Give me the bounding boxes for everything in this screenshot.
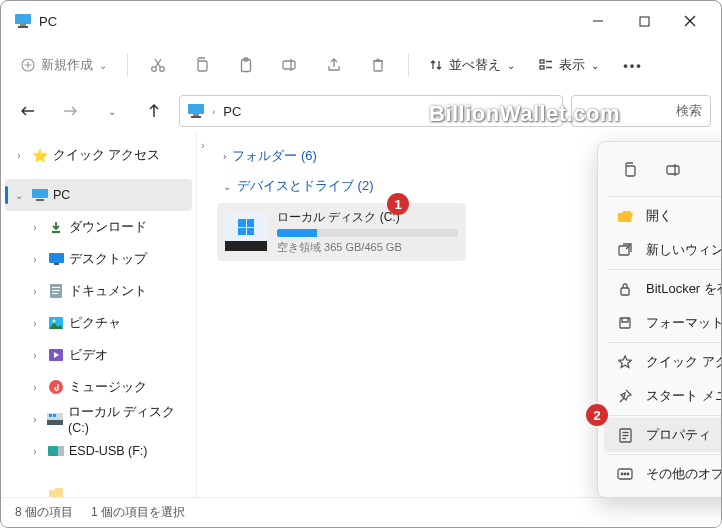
sidebar-item-desktop[interactable]: ›デスクトップ: [1, 243, 196, 275]
svg-rect-44: [49, 414, 52, 417]
title-bar: PC: [1, 1, 721, 41]
expand-icon[interactable]: ⌄: [11, 190, 27, 201]
ctx-label: 新しいウィンドウで開く: [646, 241, 722, 259]
svg-rect-4: [640, 17, 649, 26]
address-bar[interactable]: › PC: [179, 95, 563, 127]
sidebar-item-downloads[interactable]: ›ダウンロード: [1, 211, 196, 243]
svg-point-60: [624, 473, 626, 475]
svg-rect-28: [191, 116, 201, 118]
main-pane: ›フォルダー (6) ⌄デバイスとドライブ (2) ローカル ディスク (C:)…: [197, 133, 721, 497]
ctx-format[interactable]: フォーマット...: [604, 306, 722, 340]
folder-icon: [47, 484, 65, 497]
recent-chevron[interactable]: ⌄: [95, 94, 129, 128]
pc-icon: [15, 14, 31, 28]
svg-rect-37: [52, 293, 58, 294]
pictures-icon: [47, 314, 65, 332]
expand-icon[interactable]: ›: [27, 350, 43, 361]
usb-icon: [47, 442, 65, 460]
minimize-button[interactable]: [575, 5, 621, 37]
sidebar-item-cut: [1, 477, 196, 497]
sidebar-label: ドキュメント: [69, 283, 147, 300]
sidebar-item-quickaccess[interactable]: ›⭐クイック アクセス: [1, 139, 196, 171]
sidebar-item-pictures[interactable]: ›ピクチャ: [1, 307, 196, 339]
lock-icon: [616, 282, 634, 296]
more-button[interactable]: •••: [613, 47, 653, 83]
sidebar-item-pc[interactable]: ⌄PC: [5, 179, 192, 211]
copy-button[interactable]: [182, 47, 222, 83]
sidebar-item-music[interactable]: ›ミュージック: [1, 371, 196, 403]
toolbar: 新規作成 ⌄ 並べ替え ⌄ 表示 ⌄ •••: [1, 41, 721, 89]
share-button[interactable]: [314, 47, 354, 83]
ctx-label: BitLocker を有効にする: [646, 280, 722, 298]
ctx-open[interactable]: 開くEnter: [604, 199, 722, 233]
search-box[interactable]: 検索: [571, 95, 711, 127]
chevron-down-icon: ⌄: [507, 60, 515, 71]
group-label: デバイスとドライブ (2): [237, 177, 374, 195]
ctx-label: スタート メニューにピン留めする: [646, 387, 722, 405]
download-icon: [47, 218, 65, 236]
ctx-label: フォーマット...: [646, 314, 722, 332]
paste-button[interactable]: [226, 47, 266, 83]
status-count: 8 個の項目: [15, 504, 73, 521]
forward-button[interactable]: [53, 94, 87, 128]
cut-button[interactable]: [138, 47, 178, 83]
sort-button[interactable]: 並べ替え ⌄: [419, 47, 525, 83]
sidebar-label: ダウンロード: [69, 219, 147, 236]
chevron-right-icon: ›: [212, 106, 215, 117]
svg-rect-26: [188, 104, 204, 114]
ctx-bitlocker[interactable]: BitLocker を有効にする: [604, 272, 722, 306]
ctx-pin-quickaccess[interactable]: クイック アクセスにピン留めする: [604, 345, 722, 379]
svg-rect-29: [32, 189, 48, 198]
up-button[interactable]: [137, 94, 171, 128]
ctx-properties[interactable]: プロパティ Alt+Enter: [604, 418, 722, 452]
rename-button[interactable]: [270, 47, 310, 83]
expand-icon[interactable]: ›: [27, 382, 43, 393]
back-button[interactable]: [11, 94, 45, 128]
ctx-open-new-window[interactable]: 新しいウィンドウで開く: [604, 233, 722, 267]
video-icon: [47, 346, 65, 364]
new-label: 新規作成: [41, 56, 93, 74]
chevron-down-icon: ⌄: [591, 60, 599, 71]
svg-rect-32: [49, 253, 64, 263]
folder-open-icon: [616, 210, 634, 222]
ctx-label: クイック アクセスにピン留めする: [646, 353, 722, 371]
svg-rect-52: [621, 288, 629, 295]
maximize-button[interactable]: [621, 5, 667, 37]
expand-icon[interactable]: ›: [27, 222, 43, 233]
expand-icon[interactable]: ›: [27, 446, 43, 457]
ctx-more-options[interactable]: その他のオプションを表示Shift+F10: [604, 457, 722, 491]
ctx-copy-button[interactable]: [614, 154, 646, 186]
svg-rect-2: [18, 26, 28, 28]
drive-item[interactable]: ローカル ディスク (C:) 空き領域 365 GB/465 GB: [217, 203, 466, 261]
expand-icon[interactable]: ›: [27, 318, 43, 329]
document-icon: [47, 282, 65, 300]
ctx-rename-button[interactable]: [658, 154, 690, 186]
sidebar-item-videos[interactable]: ›ビデオ: [1, 339, 196, 371]
sidebar-label: クイック アクセス: [53, 147, 160, 164]
ctx-pin-start[interactable]: スタート メニューにピン留めする: [604, 379, 722, 413]
sidebar-item-localdisk[interactable]: ›ローカル ディスク (C:): [1, 403, 196, 435]
sidebar-item-usb[interactable]: ›ESD-USB (F:): [1, 435, 196, 467]
chevron-down-icon: ⌄: [223, 181, 231, 192]
expand-icon[interactable]: ›: [27, 286, 43, 297]
close-button[interactable]: [667, 5, 713, 37]
new-button[interactable]: 新規作成 ⌄: [11, 47, 117, 83]
separator: [608, 342, 722, 343]
delete-button[interactable]: [358, 47, 398, 83]
ctx-label: 開く: [646, 207, 722, 225]
address-text: PC: [223, 104, 241, 119]
svg-rect-30: [36, 199, 44, 201]
svg-point-59: [621, 473, 623, 475]
expand-icon[interactable]: ›: [11, 150, 27, 161]
expand-icon[interactable]: ›: [27, 254, 43, 265]
separator: [608, 454, 722, 455]
sidebar-label: ピクチャ: [69, 315, 121, 332]
annotation-badge-1: 1: [387, 193, 409, 215]
view-button[interactable]: 表示 ⌄: [529, 47, 609, 83]
sidebar-label: デスクトップ: [69, 251, 147, 268]
expand-icon[interactable]: ›: [27, 414, 43, 425]
separator: [608, 269, 722, 270]
view-label: 表示: [559, 56, 585, 74]
separator: [608, 415, 722, 416]
sidebar-item-documents[interactable]: ›ドキュメント: [1, 275, 196, 307]
